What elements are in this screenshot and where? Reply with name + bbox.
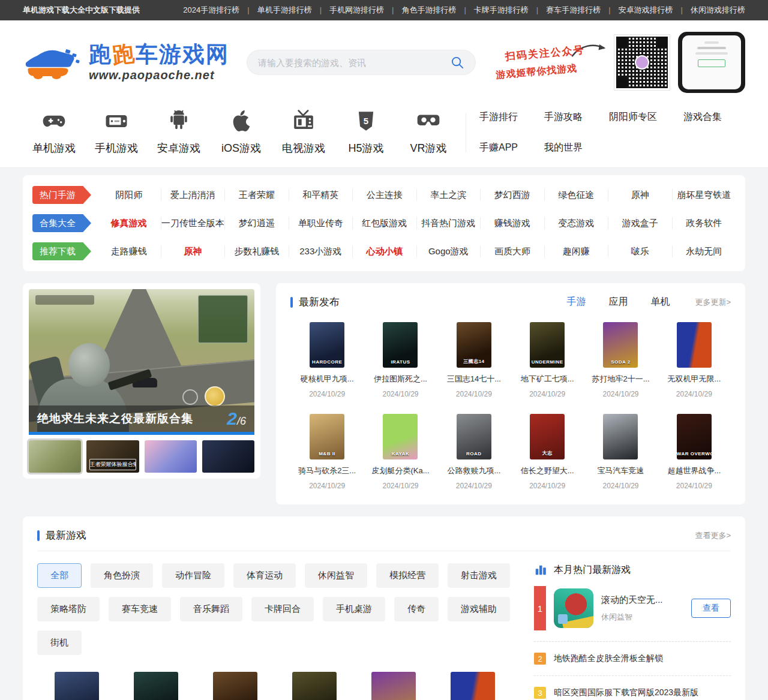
tag-link[interactable]: 王者荣耀	[225, 189, 289, 201]
tag-link[interactable]: 变态游戏	[545, 217, 609, 229]
category-button[interactable]: 策略塔防	[37, 597, 100, 621]
rank-game-title[interactable]: 地铁跑酷全皮肤全滑板全解锁	[554, 653, 663, 664]
game-card[interactable]: 大志 信长之野望大... 2024/10/29	[511, 414, 584, 490]
rank-game-title[interactable]: 暗区突围国际服下载官网版2023最新版	[554, 687, 698, 698]
carousel-thumbnail[interactable]	[145, 440, 197, 473]
nav-item[interactable]: H5游戏	[335, 109, 397, 155]
game-title[interactable]: 苏打地牢2十一...	[584, 374, 657, 384]
tag-link[interactable]: 红包版游戏	[353, 217, 417, 229]
game-title[interactable]: 无双机甲无限...	[658, 374, 731, 384]
category-button[interactable]: 全部	[37, 563, 82, 588]
nav-quick-link[interactable]: 我的世界	[544, 142, 583, 154]
tag-link[interactable]: 步数礼赚钱	[225, 245, 289, 257]
nav-quick-link[interactable]: 手游排行	[479, 111, 518, 124]
ranking-link[interactable]: 安卓游戏排行榜	[601, 5, 673, 16]
nav-quick-link[interactable]: 手赚APP	[479, 142, 518, 154]
nav-item[interactable]: 单机游戏	[23, 109, 85, 155]
tag-link[interactable]: 梦幻西游	[481, 189, 545, 201]
tag-link[interactable]: 单职业传奇	[289, 217, 353, 229]
game-card[interactable]: IRATUS 伊拉图斯死之主... 游戏辅助	[116, 672, 196, 700]
tag-link[interactable]: 原神	[161, 245, 226, 257]
game-card[interactable]: UNDERMINE 地下矿工七项修... 游戏辅助	[275, 672, 354, 700]
tag-link[interactable]: 游戏盒子	[608, 217, 673, 229]
category-button[interactable]: 休闲益智	[305, 563, 367, 588]
game-title[interactable]: 宝马汽车竞速	[584, 465, 657, 476]
tag-link[interactable]: 率土之滨	[417, 189, 481, 201]
more-updates-link[interactable]: 更多更新>	[695, 297, 731, 308]
tag-link[interactable]: 绿色征途	[545, 189, 609, 201]
category-button[interactable]: 卡牌回合	[251, 597, 314, 621]
carousel-title[interactable]: 绝地求生未来之役最新版合集	[37, 411, 193, 426]
category-button[interactable]: 赛车竞速	[109, 597, 171, 621]
game-card[interactable]: 宝马汽车竞速 2024/10/29	[584, 414, 657, 490]
category-button[interactable]: 音乐舞蹈	[180, 597, 242, 621]
tag-link[interactable]: 爱上消消消	[161, 189, 226, 201]
rank-item[interactable]: 3 暗区突围国际服下载官网版2023最新版	[534, 676, 731, 700]
nav-quick-link[interactable]: 阴阳师专区	[609, 111, 657, 124]
category-button[interactable]: 模拟经营	[376, 563, 439, 588]
tag-link[interactable]: 原神	[608, 189, 673, 201]
nav-item[interactable]: 手机游戏	[85, 109, 148, 155]
tag-link[interactable]: 修真游戏	[97, 217, 161, 229]
tag-link[interactable]: 阴阳师	[97, 189, 161, 201]
game-card[interactable]: M&B II 骑马与砍杀2三... 2024/10/29	[290, 414, 364, 490]
tag-link[interactable]: 公主连接	[353, 189, 417, 201]
featured-game-icon[interactable]	[554, 588, 593, 628]
category-button[interactable]: 动作冒险	[162, 563, 224, 588]
view-button[interactable]: 查看	[691, 599, 731, 618]
nav-item[interactable]: 电视游戏	[272, 109, 335, 155]
nav-item[interactable]: iOS游戏	[210, 109, 272, 155]
tag-link[interactable]: 趣闲赚	[545, 245, 609, 257]
carousel-thumbnail[interactable]	[202, 440, 254, 473]
game-title[interactable]: 公路救赎九项...	[437, 465, 511, 476]
tag-link[interactable]: 梦幻逍遥	[225, 217, 289, 229]
game-card[interactable]: ROAD 公路救赎九项... 2024/10/29	[437, 414, 511, 490]
game-title[interactable]: 皮划艇分类(Ka...	[364, 465, 437, 476]
tag-link[interactable]: 赚钱游戏	[481, 217, 545, 229]
tag-link[interactable]: 崩坏星穹铁道	[673, 189, 736, 201]
tag-link[interactable]: 233小游戏	[289, 245, 353, 257]
game-card[interactable]: 无双机甲无限金... 动作冒险	[433, 672, 512, 700]
category-button[interactable]: 射击游戏	[448, 563, 510, 588]
ranking-link[interactable]: 单机手游排行榜	[239, 5, 311, 16]
game-card[interactable]: SODA 2 苏打地牢2十一项... 游戏辅助	[354, 672, 433, 700]
search-icon[interactable]	[451, 56, 464, 70]
category-button[interactable]: 手机桌游	[323, 597, 385, 621]
tag-link[interactable]: 画质大师	[481, 245, 545, 257]
game-title[interactable]: 信长之野望大...	[511, 465, 584, 476]
game-card[interactable]: IRATUS 伊拉图斯死之... 2024/10/29	[364, 322, 437, 398]
tab[interactable]: 单机	[650, 296, 670, 308]
game-card[interactable]: HARDCORE 硬核机甲九项... 2024/10/29	[290, 322, 364, 398]
category-button[interactable]: 体育运动	[233, 563, 296, 588]
nav-item[interactable]: VR游戏	[397, 109, 460, 155]
ranking-link[interactable]: 角色手游排行榜	[384, 5, 456, 16]
tag-link[interactable]: 抖音热门游戏	[417, 217, 481, 229]
category-button[interactable]: 游戏辅助	[448, 597, 510, 621]
game-title[interactable]: 超越世界战争...	[658, 465, 731, 476]
carousel-image[interactable]: 绝地求生未来之役最新版合集 2 /6	[29, 289, 254, 432]
game-title[interactable]: 三国志14七十...	[437, 374, 511, 384]
game-card[interactable]: KAYAK 皮划艇分类(Ka... 2024/10/29	[364, 414, 437, 490]
ranking-link[interactable]: 2024手游排行榜	[183, 5, 239, 16]
tag-link[interactable]: 永劫无间	[673, 245, 736, 257]
game-card[interactable]: SODA 2 苏打地牢2十一... 2024/10/29	[584, 322, 657, 398]
site-logo[interactable]: 跑跑车游戏网 www.paopaoche.net	[23, 39, 242, 86]
category-button[interactable]: 角色扮演	[91, 563, 153, 588]
nav-item[interactable]: 安卓游戏	[148, 109, 210, 155]
game-card[interactable]: HARDCORE 硬核机甲九项修... 游戏辅助	[37, 672, 116, 700]
tag-link[interactable]: Gogo游戏	[417, 245, 481, 257]
carousel-thumbnail[interactable]	[29, 440, 81, 473]
game-title[interactable]: 硬核机甲九项...	[290, 374, 364, 384]
ranking-link[interactable]: 卡牌手游排行榜	[456, 5, 528, 16]
game-card[interactable]: WAR OVERWORLD 超越世界战争... 2024/10/29	[658, 414, 731, 490]
game-card[interactable]: UNDERMINE 地下矿工七项... 2024/10/29	[511, 322, 584, 398]
category-button[interactable]: 传奇	[394, 597, 439, 621]
game-card[interactable]: 三國志14 三国志14七十九... 游戏辅助	[196, 672, 275, 700]
tab[interactable]: 手游	[566, 296, 586, 308]
view-more-link[interactable]: 查看更多>	[695, 530, 731, 541]
featured-game-title[interactable]: 滚动的天空无...	[601, 594, 683, 606]
tag-link[interactable]: 政务软件	[673, 217, 736, 229]
game-title[interactable]: 伊拉图斯死之...	[364, 374, 437, 384]
carousel-thumbnail[interactable]: 王者荣耀体验服合集	[86, 440, 139, 473]
tag-link[interactable]: 一刀传世全版本	[161, 217, 226, 229]
